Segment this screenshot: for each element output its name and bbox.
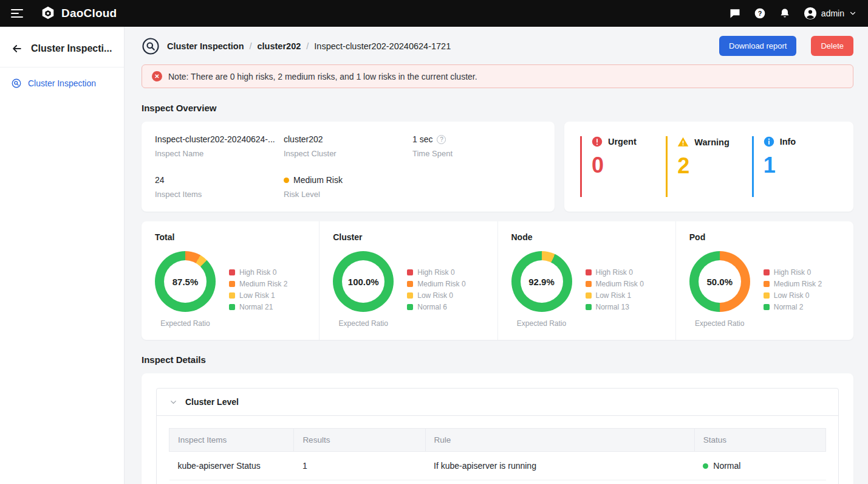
medium-risk-dot-icon bbox=[284, 178, 289, 183]
chart-legend: High Risk 0 Medium Risk 2 Low Risk 1 Nor… bbox=[229, 265, 287, 314]
stat-label: Warning bbox=[694, 137, 729, 147]
field-label: Inspect Items bbox=[155, 190, 284, 199]
stat-count: 1 bbox=[764, 154, 838, 176]
breadcrumb-separator: / bbox=[250, 41, 252, 51]
field-time-spent: 1 sec ? Time Spent bbox=[412, 134, 541, 158]
legend-swatch bbox=[407, 304, 413, 310]
legend-swatch bbox=[764, 304, 770, 310]
cell-results: 1 bbox=[294, 480, 425, 484]
field-label: Inspect Name bbox=[155, 149, 284, 158]
legend-item: Medium Risk 0 bbox=[586, 280, 644, 288]
table-row: kube-apiserver Status 1 If kube-apiserve… bbox=[169, 452, 826, 480]
brand-logo[interactable]: DaoCloud bbox=[40, 5, 117, 21]
legend-item: High Risk 0 bbox=[586, 268, 644, 277]
overview-section-title: Inspect Overview bbox=[142, 103, 853, 113]
chart-title: Cluster bbox=[333, 232, 484, 242]
stat-count: 0 bbox=[592, 154, 666, 176]
legend-swatch bbox=[586, 304, 592, 310]
normal-dot-icon bbox=[703, 463, 708, 469]
table-row: kube-controller-manager Status 1 If kube… bbox=[169, 480, 826, 484]
field-risk-level: Medium Risk Risk Level bbox=[284, 175, 412, 199]
cell-inspect-item: kube-controller-manager Status bbox=[169, 480, 294, 484]
donut-total: 87.5% bbox=[155, 251, 216, 312]
cluster-level-toggle[interactable]: Cluster Level bbox=[157, 389, 838, 416]
inspection-icon bbox=[11, 78, 22, 89]
sidebar-title: Cluster Inspecti... bbox=[31, 43, 112, 54]
donut-caption: Expected Ratio bbox=[689, 319, 750, 328]
download-report-button[interactable]: Download report bbox=[719, 36, 796, 56]
page-badge-icon bbox=[142, 37, 160, 55]
cell-results: 1 bbox=[294, 452, 425, 480]
risk-level-value: Medium Risk bbox=[293, 175, 343, 185]
sidebar-item-label: Cluster Inspection bbox=[28, 78, 96, 88]
legend-swatch bbox=[229, 281, 235, 287]
chevron-down-icon bbox=[169, 398, 178, 407]
back-button[interactable] bbox=[11, 43, 23, 55]
svg-text:?: ? bbox=[758, 10, 762, 17]
column-header: Inspect Items bbox=[169, 429, 294, 452]
field-inspect-items: 24 Inspect Items bbox=[155, 175, 284, 199]
sidebar-item-cluster-inspection[interactable]: Cluster Inspection bbox=[0, 67, 124, 99]
inspect-details-card: Cluster Level Inspect Items Results Rule… bbox=[142, 373, 853, 484]
cell-rule: If kube-apiserver is running bbox=[425, 452, 694, 480]
donut-chart-pod: Pod 50.0% Expected Ratio High Risk 0 Med… bbox=[675, 221, 853, 340]
stat-info: Info 1 bbox=[752, 136, 838, 197]
help-icon[interactable]: ? bbox=[754, 7, 766, 19]
legend-item: Normal 6 bbox=[407, 303, 465, 311]
user-menu[interactable]: admin bbox=[804, 7, 857, 20]
topbar: DaoCloud ? admin bbox=[0, 0, 868, 27]
legend-swatch bbox=[586, 269, 592, 275]
legend-swatch bbox=[229, 269, 235, 275]
donut-node: 92.9% bbox=[511, 251, 572, 312]
legend-item: Normal 21 bbox=[229, 303, 287, 311]
breadcrumb-item-root[interactable]: Cluster Inspection bbox=[167, 41, 244, 51]
column-header: Results bbox=[294, 429, 425, 452]
severity-stats-card: Urgent 0 Warning 2 bbox=[564, 122, 853, 212]
legend-swatch bbox=[229, 304, 235, 310]
ratio-charts-card: Total 87.5% Expected Ratio High Risk 0 M… bbox=[142, 221, 853, 340]
donut-cluster: 100.0% bbox=[333, 251, 394, 312]
column-header: Rule bbox=[425, 429, 694, 452]
field-value: 1 sec ? bbox=[412, 134, 541, 144]
help-circle-icon[interactable]: ? bbox=[437, 135, 446, 144]
legend-item: Medium Risk 2 bbox=[764, 280, 822, 288]
donut-chart-cluster: Cluster 100.0% Expected Ratio High Risk … bbox=[319, 221, 497, 340]
bell-icon[interactable] bbox=[779, 7, 791, 19]
field-value: Medium Risk bbox=[284, 175, 412, 185]
donut-caption: Expected Ratio bbox=[333, 319, 394, 328]
legend-item: High Risk 0 bbox=[229, 268, 287, 277]
user-name: admin bbox=[821, 9, 844, 18]
donut-percent: 50.0% bbox=[689, 251, 750, 312]
chart-legend: High Risk 0 Medium Risk 0 Low Risk 1 Nor… bbox=[586, 265, 644, 314]
legend-swatch bbox=[407, 292, 413, 299]
page-header: Cluster Inspection / cluster202 / Inspec… bbox=[142, 27, 853, 64]
legend-swatch bbox=[764, 281, 770, 287]
chart-title: Node bbox=[511, 232, 662, 242]
overview-card: Inspect-cluster202-20240624-... Inspect … bbox=[142, 122, 555, 212]
donut-pod: 50.0% bbox=[689, 251, 750, 312]
delete-button[interactable]: Delete bbox=[811, 36, 853, 56]
stat-warning: Warning 2 bbox=[666, 136, 751, 197]
chat-icon[interactable] bbox=[729, 7, 741, 19]
menu-icon[interactable] bbox=[11, 9, 23, 18]
inspect-details-table: Inspect Items Results Rule Status kube-a… bbox=[169, 428, 826, 484]
field-label: Time Spent bbox=[412, 149, 541, 158]
brand-name: DaoCloud bbox=[61, 7, 117, 20]
field-value: cluster202 bbox=[284, 134, 412, 144]
legend-swatch bbox=[764, 269, 770, 275]
chart-title: Total bbox=[155, 232, 306, 242]
stat-urgent: Urgent 0 bbox=[580, 136, 666, 197]
field-value: Inspect-cluster202-20240624-... bbox=[155, 134, 284, 144]
main-content: Cluster Inspection / cluster202 / Inspec… bbox=[125, 27, 868, 484]
urgent-icon bbox=[592, 136, 603, 147]
risk-alert-banner: ✕ Note: There are 0 high risks, 2 medium… bbox=[142, 64, 853, 88]
column-header: Status bbox=[694, 429, 825, 452]
legend-swatch bbox=[586, 281, 592, 287]
legend-swatch bbox=[229, 292, 235, 299]
breadcrumb-item-cluster[interactable]: cluster202 bbox=[258, 41, 301, 51]
donut-percent: 92.9% bbox=[511, 251, 572, 312]
legend-item: Low Risk 0 bbox=[764, 291, 822, 300]
warning-icon bbox=[677, 136, 689, 148]
chart-legend: High Risk 0 Medium Risk 0 Low Risk 0 Nor… bbox=[407, 265, 465, 314]
field-inspect-name: Inspect-cluster202-20240624-... Inspect … bbox=[155, 134, 284, 158]
